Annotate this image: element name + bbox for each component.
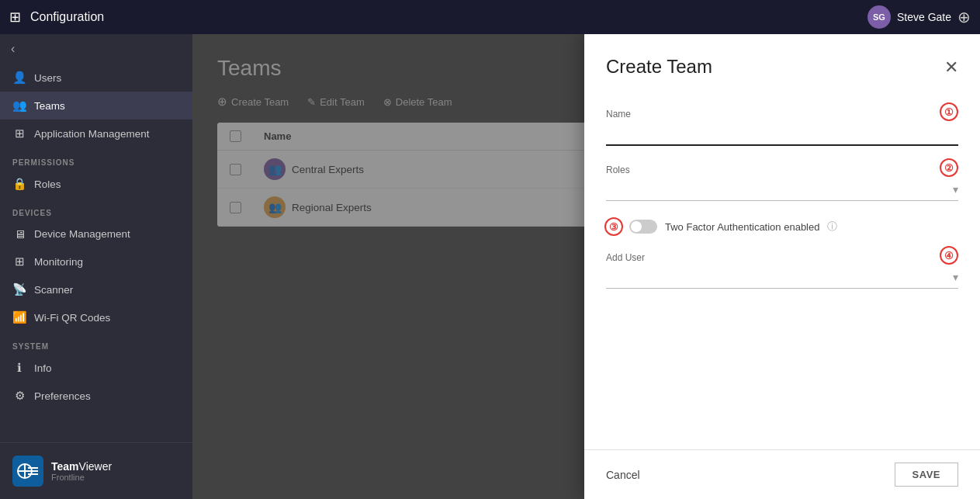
user-icon: ⊕ (957, 8, 971, 26)
collapse-button[interactable]: ‹ (0, 34, 192, 64)
sidebar-item-users[interactable]: 👤 Users (0, 64, 192, 92)
sidebar-item-label: Application Management (34, 128, 150, 140)
sidebar-item-roles[interactable]: 🔒 Roles (0, 170, 192, 198)
sidebar-item-scanner[interactable]: 📡 Scanner (0, 275, 192, 303)
sidebar: ‹ 👤 Users 👥 Teams ⊞ Application Manageme… (0, 34, 192, 499)
add-user-label: Add User (606, 252, 958, 263)
user-menu[interactable]: SG Steve Gate ⊕ (867, 5, 971, 29)
sidebar-item-label: Device Management (34, 228, 130, 240)
app-title: Configuration (30, 10, 867, 24)
sidebar-item-label: Scanner (34, 284, 73, 296)
modal-body: Name ① Roles ▾ ② ③ (584, 90, 980, 449)
permissions-section-label: PERMISSIONS (0, 147, 192, 170)
wifi-icon: 📶 (12, 310, 26, 324)
two-factor-form-group: ③ Two Factor Authentication enabled ⓘ (606, 220, 958, 234)
sidebar-item-label: Monitoring (34, 256, 83, 268)
sidebar-item-label: Info (34, 362, 52, 374)
chevron-down-icon: ▾ (953, 183, 958, 196)
close-button[interactable]: ✕ (944, 57, 958, 78)
step-1-badge: ① (940, 102, 958, 121)
save-button[interactable]: SAVE (895, 463, 958, 487)
sidebar-item-teams[interactable]: 👥 Teams (0, 92, 192, 120)
sidebar-item-label: Preferences (34, 390, 91, 402)
sidebar-item-wifi-qr[interactable]: 📶 Wi-Fi QR Codes (0, 303, 192, 331)
sidebar-item-label: Teams (34, 100, 65, 112)
roles-label: Roles (606, 165, 958, 175)
devices-section-label: DEVICES (0, 198, 192, 220)
step-2-badge: ② (940, 158, 958, 177)
scanner-icon: 📡 (12, 282, 26, 296)
teams-icon: 👥 (12, 99, 26, 113)
two-factor-toggle[interactable] (629, 220, 657, 234)
two-factor-label: Two Factor Authentication enabled (665, 221, 819, 233)
sidebar-item-label: Users (34, 72, 61, 84)
user-name: Steve Gate (897, 11, 951, 23)
avatar: SG (867, 5, 891, 29)
add-user-select[interactable]: ▾ (606, 266, 958, 289)
gear-icon: ⚙ (12, 389, 26, 403)
roles-form-group: Roles ▾ ② (606, 165, 958, 201)
step-4-badge: ④ (940, 246, 958, 265)
sidebar-item-label: Wi-Fi QR Codes (34, 312, 110, 324)
logo-name-light: Viewer (79, 460, 113, 473)
sidebar-logo: TeamViewer Frontline (0, 442, 192, 499)
logo-sub: Frontline (51, 473, 112, 482)
chevron-down-icon: ▾ (953, 271, 958, 283)
grid-icon[interactable]: ⊞ (9, 9, 21, 26)
create-team-modal: Create Team ✕ Name ① Roles ▾ ② (584, 34, 980, 499)
info-icon[interactable]: ⓘ (827, 220, 837, 234)
logo-text: TeamViewer Frontline (51, 460, 112, 482)
name-label: Name (606, 109, 958, 120)
modal-footer: Cancel SAVE (584, 449, 980, 499)
logo-name-bold: Team (51, 460, 79, 473)
main-layout: ‹ 👤 Users 👥 Teams ⊞ Application Manageme… (0, 34, 980, 499)
name-form-group: Name ① (606, 109, 958, 146)
monitoring-icon: ⊞ (12, 255, 26, 269)
content-area: Teams ⊕ Create Team ✎ Edit Team ⊗ Delete… (192, 34, 980, 499)
lock-icon: 🔒 (12, 177, 26, 191)
logo-icon (12, 456, 43, 487)
topbar: ⊞ Configuration SG Steve Gate ⊕ (0, 0, 980, 34)
device-icon: 🖥 (12, 227, 26, 241)
app-icon: ⊞ (12, 126, 26, 140)
sidebar-item-app-management[interactable]: ⊞ Application Management (0, 120, 192, 147)
modal-header: Create Team ✕ (584, 34, 980, 90)
info-icon: ℹ (12, 361, 26, 375)
cancel-button[interactable]: Cancel (606, 469, 640, 481)
modal-title: Create Team (606, 56, 712, 78)
users-icon: 👤 (12, 71, 26, 85)
sidebar-item-monitoring[interactable]: ⊞ Monitoring (0, 248, 192, 275)
system-section-label: SYSTEM (0, 331, 192, 354)
name-input[interactable] (606, 123, 958, 146)
roles-select[interactable]: ▾ (606, 178, 958, 201)
sidebar-bottom: TeamViewer Frontline (0, 442, 192, 499)
add-user-form-group: Add User ▾ ④ (606, 252, 958, 289)
two-factor-row: Two Factor Authentication enabled ⓘ (606, 220, 958, 234)
sidebar-item-preferences[interactable]: ⚙ Preferences (0, 382, 192, 410)
toggle-thumb (631, 221, 642, 232)
sidebar-item-device-management[interactable]: 🖥 Device Management (0, 220, 192, 248)
sidebar-item-info[interactable]: ℹ Info (0, 354, 192, 382)
sidebar-item-label: Roles (34, 178, 61, 190)
